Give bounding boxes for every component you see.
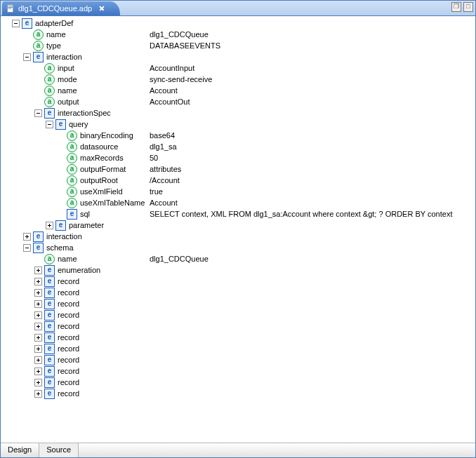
element-icon: e bbox=[44, 344, 55, 354]
node-record[interactable]: record bbox=[58, 322, 79, 330]
editor-tab[interactable]: dlg1_CDCQueue.adp bbox=[2, 1, 120, 15]
tree-view[interactable]: eadapterDef anamedlg1_CDCQueue atypeDATA… bbox=[1, 16, 475, 443]
toggle-icon[interactable] bbox=[23, 244, 31, 252]
node-enumeration[interactable]: enumeration bbox=[58, 266, 100, 274]
node-interaction[interactable]: interaction bbox=[46, 232, 82, 241]
node-record[interactable]: record bbox=[58, 356, 79, 364]
attribute-icon: a bbox=[67, 130, 77, 141]
element-icon: e bbox=[44, 332, 55, 343]
tab-design[interactable]: Design bbox=[1, 443, 39, 457]
attr-name[interactable]: maxRecords bbox=[80, 154, 124, 162]
attr-name[interactable]: mode bbox=[58, 75, 77, 83]
attr-value[interactable]: Account bbox=[150, 198, 178, 207]
toggle-icon[interactable] bbox=[34, 323, 42, 330]
element-icon: e bbox=[44, 321, 55, 332]
node-adapterdef[interactable]: adapterDef bbox=[35, 19, 73, 27]
node-record[interactable]: record bbox=[58, 311, 79, 319]
attr-name[interactable]: type bbox=[46, 41, 61, 50]
restore-button[interactable]: ❐ bbox=[451, 2, 461, 12]
toggle-icon[interactable] bbox=[34, 300, 42, 308]
toggle-icon[interactable] bbox=[34, 311, 42, 319]
element-icon: e bbox=[44, 366, 55, 377]
attr-name[interactable]: datasource bbox=[80, 142, 118, 151]
attr-value[interactable]: true bbox=[150, 187, 163, 196]
attr-value[interactable]: dlg1_CDCQueue bbox=[150, 255, 209, 263]
element-icon: e bbox=[44, 377, 55, 388]
node-sql[interactable]: sql bbox=[80, 210, 90, 218]
node-interaction[interactable]: interaction bbox=[46, 53, 82, 61]
node-record[interactable]: record bbox=[58, 288, 79, 297]
toggle-icon[interactable] bbox=[23, 233, 31, 241]
node-record[interactable]: record bbox=[58, 367, 79, 375]
node-record[interactable]: record bbox=[58, 277, 79, 285]
attribute-icon: a bbox=[67, 175, 77, 186]
node-record[interactable]: record bbox=[58, 389, 79, 398]
toggle-icon[interactable] bbox=[34, 379, 42, 386]
toggle-icon[interactable] bbox=[12, 20, 20, 27]
toggle-icon[interactable] bbox=[34, 334, 42, 342]
attribute-icon: a bbox=[67, 187, 77, 197]
node-record[interactable]: record bbox=[58, 333, 79, 342]
toggle-icon[interactable] bbox=[34, 345, 42, 353]
node-record[interactable]: record bbox=[58, 299, 79, 308]
toggle-icon[interactable] bbox=[46, 121, 53, 128]
toggle-icon[interactable] bbox=[23, 53, 31, 61]
editor-tab-bar: dlg1_CDCQueue.adp ❐ □ bbox=[1, 1, 475, 16]
attr-name[interactable]: useXmlField bbox=[80, 187, 123, 196]
toggle-icon[interactable] bbox=[34, 267, 42, 274]
element-icon: e bbox=[44, 276, 55, 287]
node-query[interactable]: query bbox=[69, 120, 88, 128]
node-parameter[interactable]: parameter bbox=[69, 221, 104, 229]
toggle-icon[interactable] bbox=[34, 278, 42, 285]
attr-value[interactable]: DATABASEEVENTS bbox=[150, 41, 220, 50]
attribute-icon: a bbox=[67, 198, 77, 208]
attr-value[interactable]: dlg1_CDCQueue bbox=[150, 30, 209, 39]
attribute-icon: a bbox=[33, 41, 44, 51]
toggle-icon[interactable] bbox=[34, 109, 42, 117]
attr-value[interactable]: attributes bbox=[150, 165, 181, 173]
file-icon bbox=[6, 4, 15, 13]
attribute-icon: a bbox=[67, 153, 77, 163]
element-icon: e bbox=[44, 389, 55, 399]
attr-name[interactable]: output bbox=[58, 97, 79, 106]
attr-name[interactable]: name bbox=[58, 86, 77, 95]
attr-value[interactable]: dlg1_sa bbox=[150, 142, 177, 151]
attribute-icon: a bbox=[67, 164, 77, 175]
attr-value[interactable]: sync-send-receive bbox=[150, 75, 212, 83]
element-icon: e bbox=[44, 265, 55, 276]
node-schema[interactable]: schema bbox=[46, 243, 74, 252]
attr-name[interactable]: binaryEncoding bbox=[80, 131, 133, 140]
element-icon: e bbox=[44, 108, 55, 119]
attribute-icon: a bbox=[33, 29, 44, 40]
node-record[interactable]: record bbox=[58, 378, 79, 386]
close-icon[interactable] bbox=[99, 6, 105, 11]
attribute-icon: a bbox=[44, 97, 55, 107]
bottom-tab-bar: Design Source bbox=[1, 443, 475, 457]
svg-rect-3 bbox=[8, 8, 11, 8]
toggle-icon[interactable] bbox=[46, 222, 53, 229]
attr-name[interactable]: name bbox=[46, 30, 66, 39]
toggle-icon[interactable] bbox=[34, 356, 42, 364]
attr-name[interactable]: outputRoot bbox=[80, 176, 118, 184]
attr-name[interactable]: name bbox=[58, 255, 77, 263]
attr-value[interactable]: /Account bbox=[150, 176, 180, 184]
node-interactionspec[interactable]: interactionSpec bbox=[58, 109, 111, 117]
node-record[interactable]: record bbox=[58, 344, 79, 353]
element-icon: e bbox=[44, 288, 55, 298]
attr-name[interactable]: input bbox=[58, 64, 74, 72]
attr-value[interactable]: base64 bbox=[150, 131, 175, 140]
attr-value[interactable]: 50 bbox=[150, 154, 158, 162]
maximize-button[interactable]: □ bbox=[463, 2, 473, 12]
attr-value[interactable]: SELECT context, XML FROM dlg1_sa:Account… bbox=[150, 210, 452, 218]
toggle-icon[interactable] bbox=[34, 390, 42, 398]
attr-value[interactable]: AccountOut bbox=[150, 97, 190, 106]
attr-value[interactable]: AccountInput bbox=[150, 64, 194, 72]
attr-name[interactable]: outputFormat bbox=[80, 165, 126, 173]
attr-name[interactable]: useXmlTableName bbox=[80, 198, 145, 207]
toggle-icon[interactable] bbox=[34, 289, 42, 297]
toggle-icon[interactable] bbox=[34, 368, 42, 375]
attr-value[interactable]: Account bbox=[150, 86, 178, 95]
element-icon: e bbox=[33, 243, 44, 253]
tab-source[interactable]: Source bbox=[39, 443, 79, 457]
attribute-icon: a bbox=[67, 142, 77, 152]
